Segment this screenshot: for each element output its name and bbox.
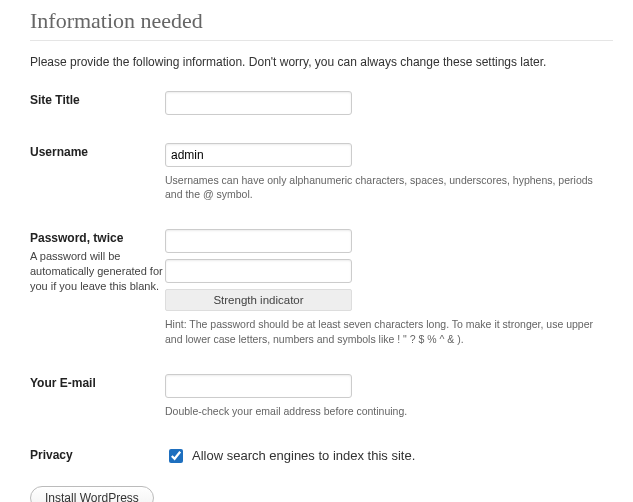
email-label: Your E-mail: [30, 376, 165, 390]
password-hint: Hint: The password should be at least se…: [165, 317, 613, 345]
row-privacy: Privacy Allow search engines to index th…: [30, 446, 613, 466]
page-heading: Information needed: [30, 8, 613, 34]
row-password: Password, twice A password will be autom…: [30, 229, 613, 345]
privacy-checkbox-label: Allow search engines to index this site.: [192, 448, 415, 463]
row-username: Username Usernames can have only alphanu…: [30, 143, 613, 201]
privacy-checkbox-row[interactable]: Allow search engines to index this site.: [165, 446, 613, 466]
site-title-input[interactable]: [165, 91, 352, 115]
install-wordpress-button[interactable]: Install WordPress: [30, 486, 154, 502]
privacy-label: Privacy: [30, 448, 165, 462]
password-sublabel: A password will be automatically generat…: [30, 249, 165, 294]
username-label: Username: [30, 145, 165, 159]
username-input[interactable]: [165, 143, 352, 167]
privacy-checkbox[interactable]: [169, 449, 183, 463]
divider: [30, 40, 613, 41]
username-hint: Usernames can have only alphanumeric cha…: [165, 173, 613, 201]
site-title-label: Site Title: [30, 93, 165, 107]
intro-text: Please provide the following information…: [30, 55, 613, 69]
password-input-2[interactable]: [165, 259, 352, 283]
password-strength-indicator: Strength indicator: [165, 289, 352, 311]
password-label: Password, twice: [30, 231, 165, 245]
submit-row: Install WordPress: [30, 486, 613, 502]
row-site-title: Site Title: [30, 91, 613, 115]
email-input[interactable]: [165, 374, 352, 398]
row-email: Your E-mail Double-check your email addr…: [30, 374, 613, 418]
email-hint: Double-check your email address before c…: [165, 404, 613, 418]
password-input-1[interactable]: [165, 229, 352, 253]
